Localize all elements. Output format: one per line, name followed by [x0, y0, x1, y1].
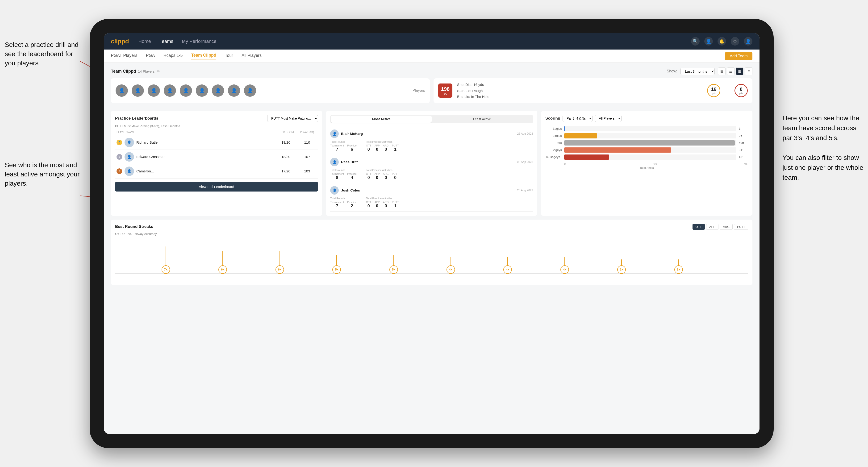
- activity-avatar-2: 👤: [330, 158, 339, 166]
- team-title: Team Clippd 14 Players ✏: [111, 69, 160, 74]
- ipad-frame: clippd Home Teams My Performance 🔍 👤 🔔 ⚙…: [90, 19, 774, 448]
- streak-point: 4x: [560, 257, 569, 274]
- leaderboard-subtitle: PUTT Must Make Putting (3-6 ft), Last 3 …: [115, 124, 318, 128]
- players-row: 👤 👤 👤 👤 👤 👤 👤 👤 👤 Players: [111, 78, 430, 103]
- lb-avg-3: 103: [298, 169, 316, 173]
- streaks-tab-arg[interactable]: ARG: [720, 224, 733, 230]
- shot-dash: —: [724, 87, 731, 94]
- lb-avatar-3: 👤: [125, 166, 134, 176]
- chart-bar-wrap-bogeys: [564, 148, 736, 153]
- nav-item-performance[interactable]: My Performance: [182, 39, 217, 44]
- chart-val-eagles: 3: [739, 127, 748, 130]
- player-avatar-2[interactable]: 👤: [132, 85, 144, 97]
- show-period-select[interactable]: Last 3 months: [680, 68, 715, 75]
- streaks-tab-ott[interactable]: OTT: [692, 224, 705, 230]
- streak-circle: 4x: [446, 266, 455, 274]
- team-header: Team Clippd 14 Players ✏ Show: Last 3 mo…: [111, 67, 752, 75]
- subnav-tour[interactable]: Tour: [225, 53, 233, 59]
- tab-least-active[interactable]: Least Active: [432, 116, 532, 123]
- player-avatar-7[interactable]: 👤: [212, 85, 224, 97]
- streak-point: 4x: [446, 257, 455, 274]
- player-avatar-3[interactable]: 👤: [148, 85, 160, 97]
- chart-val-dbogeys: 131: [739, 155, 748, 159]
- activity-stats-3: Total Rounds Tournament7 Practice2 Total…: [330, 197, 533, 209]
- drill-select[interactable]: PUTT Must Make Putting...: [267, 115, 318, 122]
- nav-item-teams[interactable]: Teams: [159, 39, 173, 44]
- scoring-chart: Eagles 3 Birdies 96: [545, 125, 748, 170]
- total-rounds-group-1: Total Rounds Tournament 7 Practice 6: [330, 140, 356, 152]
- nav-logo: clippd: [111, 38, 129, 45]
- streak-circle: 6x: [276, 266, 284, 274]
- subnav-hcaps[interactable]: Hcaps 1-5: [163, 53, 183, 59]
- streaks-tab-putt[interactable]: PUTT: [734, 224, 748, 230]
- avatar-icon[interactable]: 👤: [744, 37, 752, 45]
- activity-stats-1: Total Rounds Tournament 7 Practice 6: [330, 140, 533, 152]
- card-view-btn[interactable]: ▦: [736, 67, 743, 75]
- players-label: Players: [412, 88, 425, 93]
- search-icon[interactable]: 🔍: [691, 37, 700, 45]
- edit-icon[interactable]: ✏: [157, 69, 160, 74]
- add-team-button[interactable]: Add Team: [725, 52, 752, 60]
- player-avatar-8[interactable]: 👤: [228, 85, 240, 97]
- chart-label-birdies: Birdies: [545, 134, 562, 137]
- player-avatar-6[interactable]: 👤: [196, 85, 208, 97]
- chart-axis: 0 200 400: [545, 161, 748, 165]
- scoring-header: Scoring Par 3, 4 & 5s All Players: [545, 115, 748, 122]
- streak-point: 5x: [332, 255, 341, 274]
- lb-avatar-2: 👤: [125, 152, 134, 161]
- list-view-btn[interactable]: ☰: [727, 67, 735, 75]
- chart-bar-wrap-pars: [564, 140, 736, 146]
- streak-point: 7x: [161, 247, 170, 274]
- player-avatar-4[interactable]: 👤: [164, 85, 176, 97]
- table-view-btn[interactable]: ≡: [745, 67, 752, 75]
- shot-circle-2: 0 yds: [735, 84, 748, 97]
- chart-bar-birdies: [564, 133, 597, 138]
- bell-icon[interactable]: 🔔: [717, 37, 726, 45]
- lb-score-2: 18/20: [276, 155, 295, 159]
- activity-stats-2: Total Rounds Tournament8 Practice4 Total…: [330, 168, 533, 180]
- view-full-leaderboard-button[interactable]: View Full Leaderboard: [115, 182, 318, 191]
- lb-name-2: Edward Crossman: [136, 155, 274, 159]
- streaks-tab-app[interactable]: APP: [706, 224, 718, 230]
- chart-row-pars: Pars 499: [545, 140, 748, 146]
- leaderboard-col-headers: PLAYER NAME PB SCORE PB AVG SQ: [115, 131, 318, 133]
- player-filter-select[interactable]: All Players: [595, 115, 621, 122]
- tab-most-active[interactable]: Most Active: [331, 116, 432, 123]
- practice-activities-group-1: Total Practice Activities OTT0 APP0 ARG0…: [366, 140, 399, 152]
- activity-panel: Most Active Least Active 👤 Blair McHarg …: [326, 111, 537, 216]
- lb-score-1: 19/20: [276, 140, 295, 144]
- streaks-title: Best Round Streaks: [115, 224, 153, 229]
- lb-row-3: 3 👤 Cameron... 17/20 103: [115, 164, 318, 179]
- activity-tabs: Most Active Least Active: [330, 115, 533, 123]
- streak-circle: 5x: [332, 266, 341, 274]
- grid-view-btn[interactable]: ⊞: [718, 67, 725, 75]
- streak-circle: 5x: [390, 266, 398, 274]
- activity-player-1-header: 👤 Blair McHarg 26 Aug 2023: [330, 129, 533, 138]
- chart-row-birdies: Birdies 96: [545, 133, 748, 138]
- people-icon[interactable]: 👤: [704, 37, 713, 45]
- chart-bar-dbogeys: [564, 154, 609, 160]
- streak-circle: 6x: [218, 266, 227, 274]
- player-avatar-5[interactable]: 👤: [180, 85, 192, 97]
- streak-circle: 4x: [503, 266, 512, 274]
- subnav-pgat[interactable]: PGAT Players: [111, 53, 137, 59]
- chart-bar-eagles: [564, 126, 565, 131]
- subnav-pga[interactable]: PGA: [146, 53, 155, 59]
- settings-icon[interactable]: ⚙: [731, 37, 739, 45]
- player-avatar-9[interactable]: 👤: [244, 85, 256, 97]
- player-avatar-1[interactable]: 👤: [116, 85, 128, 97]
- view-icons: ⊞ ☰ ▦ ≡: [718, 67, 752, 75]
- lb-rank-3: 3: [117, 168, 122, 174]
- team-controls: Show: Last 3 months ⊞ ☰ ▦ ≡: [667, 67, 752, 75]
- nav-item-home[interactable]: Home: [138, 39, 151, 44]
- chart-label-eagles: Eagles: [545, 127, 562, 130]
- streaks-chart: 7x6x6x5x5x4x4x4x3x3x: [115, 239, 748, 281]
- subnav-team-clippd[interactable]: Team Clippd: [191, 53, 216, 59]
- activity-date-3: 26 Aug 2023: [517, 189, 533, 192]
- nav-items: Home Teams My Performance: [138, 39, 691, 44]
- par-filter-select[interactable]: Par 3, 4 & 5s: [563, 115, 592, 122]
- chart-row-dbogeys: D. Bogeys+ 131: [545, 154, 748, 160]
- lb-rank-2: 2: [117, 154, 122, 160]
- subnav-all-players[interactable]: All Players: [242, 53, 261, 59]
- streaks-panel: Best Round Streaks OTT APP ARG PUTT Off …: [111, 220, 752, 285]
